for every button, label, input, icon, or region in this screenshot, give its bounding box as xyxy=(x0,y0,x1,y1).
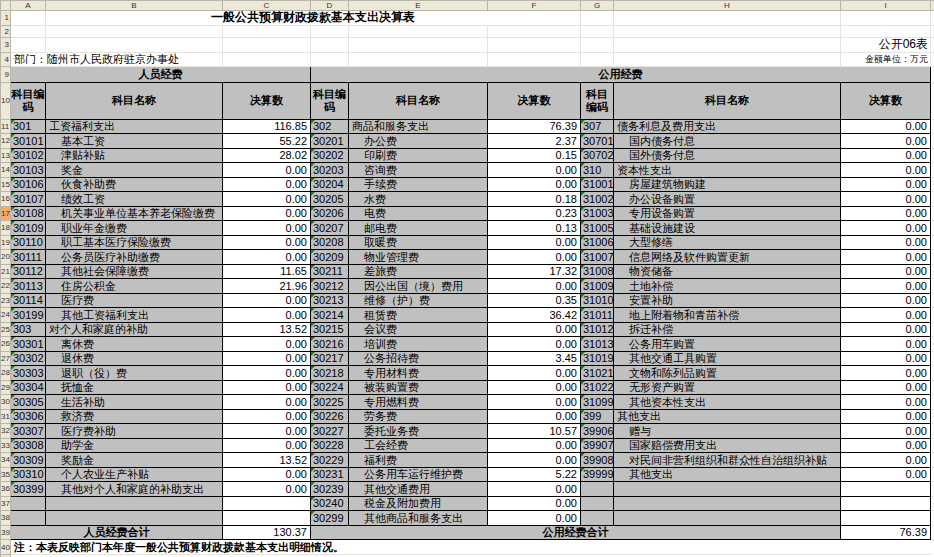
row-number[interactable]: 1 xyxy=(1,11,11,26)
amount-cell[interactable]: 0.00 xyxy=(841,221,931,236)
subject-name-cell[interactable]: 无形资产购置 xyxy=(614,380,841,395)
row-number[interactable]: 14 xyxy=(1,163,11,178)
subject-name-cell[interactable]: 机关事业单位基本养老保险缴费 xyxy=(46,206,223,221)
column-header-h[interactable]: H xyxy=(614,1,841,11)
amount-cell[interactable]: 0.00 xyxy=(841,424,931,439)
subject-name-cell[interactable]: 其他对个人和家庭的补助支出 xyxy=(46,482,223,497)
row-number[interactable]: 13 xyxy=(1,148,11,163)
subject-name-cell[interactable]: 国家赔偿费用支出 xyxy=(614,438,841,453)
subject-name-cell[interactable]: 专用设备购置 xyxy=(614,206,841,221)
subject-name-cell[interactable]: 奖励金 xyxy=(46,453,223,468)
subject-name-cell[interactable]: 基础设施建设 xyxy=(614,221,841,236)
subject-name-cell[interactable]: 其他工资福利支出 xyxy=(46,308,223,323)
subject-name-header[interactable]: 科目名称 xyxy=(46,82,223,119)
subject-code-cell[interactable]: 39999 xyxy=(581,467,614,482)
subject-name-cell[interactable]: 对个人和家庭的补助 xyxy=(46,322,223,337)
amount-cell[interactable]: 0.00 xyxy=(223,424,311,439)
subject-code-cell[interactable]: 31005 xyxy=(581,221,614,236)
subject-code-cell[interactable]: 30239 xyxy=(311,482,349,497)
column-header-a[interactable]: A xyxy=(11,1,46,11)
amount-cell[interactable]: 0.13 xyxy=(488,221,581,236)
subject-name-cell[interactable]: 其他资本性支出 xyxy=(614,395,841,410)
empty-cell[interactable] xyxy=(349,25,488,37)
subject-code-header[interactable]: 科目编码 xyxy=(311,82,349,119)
amount-cell[interactable]: 0.00 xyxy=(488,279,581,294)
subject-code-cell[interactable]: 30202 xyxy=(311,148,349,163)
subject-code-cell[interactable]: 31003 xyxy=(581,206,614,221)
subject-code-cell[interactable]: 31012 xyxy=(581,322,614,337)
sheet-number-label[interactable]: 公开06表 xyxy=(841,37,931,52)
amount-header[interactable]: 决算数 xyxy=(223,82,311,119)
subject-code-cell[interactable] xyxy=(581,482,614,497)
amount-cell[interactable]: 0.00 xyxy=(488,409,581,424)
empty-cell[interactable] xyxy=(11,11,46,26)
empty-cell[interactable] xyxy=(223,52,311,66)
row-number[interactable]: 4 xyxy=(1,52,11,66)
subject-code-cell[interactable]: 31011 xyxy=(581,308,614,323)
amount-cell[interactable]: 0.00 xyxy=(841,148,931,163)
subject-name-cell[interactable]: 救济费 xyxy=(46,409,223,424)
subject-name-cell[interactable] xyxy=(614,482,841,497)
subject-code-cell[interactable]: 30231 xyxy=(311,467,349,482)
column-header-g[interactable]: G xyxy=(581,1,614,11)
empty-cell[interactable] xyxy=(349,37,488,52)
subject-name-cell[interactable]: 劳务费 xyxy=(349,409,488,424)
subject-name-cell[interactable]: 被装购置费 xyxy=(349,380,488,395)
amount-header[interactable]: 决算数 xyxy=(488,82,581,119)
subject-code-cell[interactable]: 30226 xyxy=(311,409,349,424)
amount-cell[interactable]: 0.00 xyxy=(841,206,931,221)
empty-cell[interactable] xyxy=(581,52,614,66)
subject-code-cell[interactable]: 30204 xyxy=(311,177,349,192)
subject-code-cell[interactable]: 310 xyxy=(581,163,614,178)
row-number[interactable]: 23 xyxy=(1,293,11,308)
subject-name-cell[interactable]: 文物和陈列品购置 xyxy=(614,366,841,381)
subject-name-cell[interactable]: 福利费 xyxy=(349,453,488,468)
row-number[interactable]: 38 xyxy=(1,511,11,526)
subject-name-cell[interactable]: 资本性支出 xyxy=(614,163,841,178)
empty-cell[interactable] xyxy=(841,11,931,26)
personnel-total-amount[interactable]: 130.37 xyxy=(223,525,311,540)
subject-code-cell[interactable]: 31008 xyxy=(581,264,614,279)
amount-cell[interactable]: 0.00 xyxy=(223,366,311,381)
amount-cell[interactable]: 0.00 xyxy=(488,337,581,352)
amount-cell[interactable]: 3.45 xyxy=(488,351,581,366)
subject-code-cell[interactable]: 30224 xyxy=(311,380,349,395)
empty-cell[interactable] xyxy=(46,37,223,52)
amount-cell[interactable]: 0.00 xyxy=(223,308,311,323)
amount-cell[interactable]: 0.00 xyxy=(488,163,581,178)
amount-cell[interactable]: 0.00 xyxy=(841,163,931,178)
amount-cell[interactable]: 0.00 xyxy=(488,511,581,526)
subject-code-cell[interactable]: 30214 xyxy=(311,308,349,323)
row-number[interactable]: 18 xyxy=(1,221,11,236)
subject-code-cell[interactable]: 303 xyxy=(11,322,46,337)
subject-code-cell[interactable]: 30106 xyxy=(11,177,46,192)
subject-code-cell[interactable]: 31006 xyxy=(581,235,614,250)
subject-code-cell[interactable]: 30228 xyxy=(311,438,349,453)
empty-cell[interactable] xyxy=(581,37,614,52)
amount-cell[interactable] xyxy=(223,496,311,511)
amount-cell[interactable]: 0.00 xyxy=(841,453,931,468)
row-number[interactable]: 40 xyxy=(1,540,11,555)
column-header-e[interactable]: E xyxy=(349,1,488,11)
subject-code-cell[interactable]: 30229 xyxy=(311,453,349,468)
amount-cell[interactable]: 0.00 xyxy=(223,482,311,497)
subject-code-cell[interactable]: 30701 xyxy=(581,134,614,149)
amount-cell[interactable]: 2.37 xyxy=(488,134,581,149)
row-number[interactable]: 3 xyxy=(1,37,11,52)
subject-code-cell[interactable]: 39908 xyxy=(581,453,614,468)
amount-cell[interactable]: 0.23 xyxy=(488,206,581,221)
subject-code-cell[interactable]: 30205 xyxy=(311,192,349,207)
subject-name-cell[interactable]: 退职（役）费 xyxy=(46,366,223,381)
empty-cell[interactable] xyxy=(349,52,488,66)
subject-name-cell[interactable]: 对民间非营利组织和群众性自治组织补贴 xyxy=(614,453,841,468)
subject-code-cell[interactable]: 30309 xyxy=(11,453,46,468)
amount-cell[interactable]: 0.00 xyxy=(841,119,931,134)
column-header-d[interactable]: D xyxy=(311,1,349,11)
subject-code-cell[interactable]: 30308 xyxy=(11,438,46,453)
subject-name-cell[interactable]: 基本工资 xyxy=(46,134,223,149)
empty-cell[interactable] xyxy=(488,25,581,37)
subject-code-cell[interactable]: 31010 xyxy=(581,293,614,308)
empty-cell[interactable] xyxy=(223,25,311,37)
amount-cell[interactable]: 0.00 xyxy=(841,250,931,265)
amount-cell[interactable]: 28.02 xyxy=(223,148,311,163)
